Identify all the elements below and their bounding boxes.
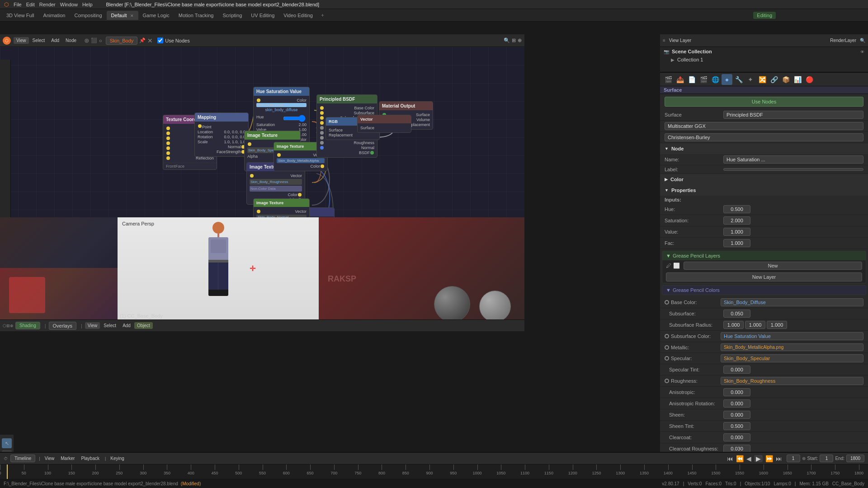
- scene-collection-label[interactable]: Scene Collection: [672, 49, 712, 54]
- hue-input[interactable]: [283, 115, 306, 122]
- prop-material-icon[interactable]: 🔴: [804, 74, 815, 85]
- ne-view-btn[interactable]: View: [14, 37, 29, 44]
- tab-close-icon[interactable]: ✕: [130, 14, 134, 18]
- anisotropic-value[interactable]: 0.000: [723, 388, 750, 396]
- menu-help[interactable]: Help: [82, 2, 93, 7]
- prop-modifier-icon[interactable]: 🔧: [733, 74, 744, 85]
- sub-color-value[interactable]: Hue Saturation Value: [721, 332, 863, 340]
- tab-3d-view-full[interactable]: 3D View Full: [2, 11, 39, 20]
- hue-value[interactable]: 0.500: [723, 205, 750, 213]
- prop-render-icon[interactable]: 🎬: [663, 74, 674, 85]
- menu-window[interactable]: Window: [60, 2, 78, 7]
- gp-layers-arrow[interactable]: ▼: [666, 253, 671, 258]
- prop-object-icon[interactable]: 📦: [780, 74, 791, 85]
- shading-mode-btn[interactable]: Shading: [15, 322, 40, 329]
- color-section-title[interactable]: ▶ Color: [660, 174, 868, 185]
- node-label-value[interactable]: [723, 168, 863, 171]
- fac-value[interactable]: 1.000: [723, 239, 750, 247]
- jump-end-btn[interactable]: ⏭: [776, 455, 782, 462]
- timeline-label: 1400: [664, 471, 673, 475]
- cursor-tool[interactable]: ↖: [2, 438, 12, 448]
- tab-animation[interactable]: Animation: [39, 11, 70, 20]
- sub-radius-r[interactable]: 1.000: [723, 321, 744, 329]
- start-frame-field[interactable]: 1: [820, 455, 833, 462]
- tab-scripting[interactable]: Scripting: [218, 11, 247, 20]
- gp-colors-arrow[interactable]: ▼: [666, 287, 671, 293]
- tab-default[interactable]: Default ✕: [107, 11, 138, 20]
- tab-compositing[interactable]: Compositing: [70, 11, 106, 20]
- step-back-btn[interactable]: ⏪: [736, 455, 744, 462]
- jump-start-btn[interactable]: ⏮: [727, 455, 733, 462]
- current-frame-field[interactable]: 1: [787, 455, 800, 462]
- scene-search-icon[interactable]: 🔍: [860, 38, 865, 43]
- material-name-field[interactable]: Skin_Body: [106, 37, 138, 45]
- timeline-playhead[interactable]: [7, 465, 8, 480]
- menu-edit[interactable]: Edit: [26, 2, 35, 7]
- tab-video-editing[interactable]: Video Editing: [279, 11, 317, 20]
- timeline-label-btn[interactable]: Timeline: [10, 455, 35, 462]
- sat-value[interactable]: 2.000: [723, 216, 750, 225]
- menu-render[interactable]: Render: [39, 2, 56, 7]
- ne-node-btn[interactable]: Node: [63, 37, 79, 44]
- gp-new-layer-button[interactable]: New Layer: [666, 272, 862, 282]
- end-frame-field[interactable]: 1800: [846, 455, 864, 462]
- subsurface-method-value[interactable]: Christensen-Burley: [665, 133, 863, 141]
- node-name-value[interactable]: Hue Saturation ...: [723, 155, 863, 164]
- prop-data-icon[interactable]: 📊: [792, 74, 803, 85]
- prop-object-data-icon[interactable]: ●: [722, 74, 732, 85]
- menu-file[interactable]: File: [14, 2, 22, 7]
- prop-constraints-icon[interactable]: 🔗: [769, 74, 779, 85]
- node-mapping[interactable]: Mapping Point Location0.0, 0.0, 0.0 Rota…: [194, 113, 249, 157]
- node-vector-math[interactable]: Vector Surface: [357, 115, 411, 133]
- tab-game-logic[interactable]: Game Logic: [138, 11, 174, 20]
- use-nodes-button[interactable]: Use Nodes: [665, 97, 863, 107]
- ne-select-btn[interactable]: Select: [30, 37, 48, 44]
- prop-view-layer-icon[interactable]: 📄: [686, 74, 697, 85]
- gp-new-button[interactable]: New: [684, 262, 862, 270]
- metallic-value[interactable]: Skin_Body_MetallicAlpha.png: [721, 343, 863, 351]
- viewport-view-btn[interactable]: View: [85, 322, 100, 329]
- scene-view-btn[interactable]: RenderLayer: [830, 38, 856, 43]
- timeline-playback-btn[interactable]: Playback: [78, 455, 102, 462]
- viewport-add-btn[interactable]: Add: [120, 322, 133, 329]
- node-section-title[interactable]: ▼ Node: [660, 143, 868, 154]
- timeline-marker-btn[interactable]: Marker: [58, 455, 77, 462]
- prop-physics-icon[interactable]: 🔀: [757, 74, 768, 85]
- properties-section-title[interactable]: ▼ Properties: [660, 185, 868, 196]
- step-forward-btn[interactable]: ⏩: [765, 455, 773, 462]
- eye-icon[interactable]: 👁: [860, 50, 864, 54]
- aniso-rot-value[interactable]: 0.000: [723, 399, 750, 408]
- clearcoat-value[interactable]: 0.000: [723, 433, 750, 441]
- play-reverse-btn[interactable]: ◀: [746, 455, 751, 462]
- sub-radius-b[interactable]: 1.000: [767, 321, 787, 329]
- add-workspace-tab-button[interactable]: ＋: [317, 10, 328, 20]
- base-color-value[interactable]: Skin_Body_Diffuse: [721, 298, 863, 306]
- use-nodes-checkbox[interactable]: [157, 38, 163, 43]
- sheen-value[interactable]: 0.000: [723, 411, 750, 419]
- start-label: Start:: [807, 456, 818, 461]
- prop-world-icon[interactable]: 🌐: [710, 74, 721, 85]
- roughness-value[interactable]: Skin_Body_Roughness: [721, 377, 863, 385]
- tab-uv-editing[interactable]: UV Editing: [246, 11, 279, 20]
- sheen-tint-value[interactable]: 0.500: [723, 422, 750, 430]
- viewport-select-btn[interactable]: Select: [101, 322, 119, 329]
- prop-output-icon[interactable]: 📤: [675, 74, 685, 85]
- prop-scene-icon[interactable]: 🎬: [698, 74, 709, 85]
- overlays-btn[interactable]: Overlays: [49, 322, 76, 330]
- specular-value[interactable]: Skin_Body_Specular: [721, 354, 863, 362]
- subsurface-value[interactable]: 0.050: [723, 310, 750, 318]
- specular-tint-value[interactable]: 0.000: [723, 366, 750, 374]
- viewport-object-btn[interactable]: Object: [134, 322, 153, 329]
- timeline-keying-btn[interactable]: Keying: [108, 455, 127, 462]
- timeline-view-btn[interactable]: View: [42, 455, 57, 462]
- value-value[interactable]: 1.000: [723, 228, 750, 236]
- sub-radius-g[interactable]: 1.000: [745, 321, 765, 329]
- surface-value[interactable]: Principled BSDF: [723, 111, 863, 119]
- distribution-value[interactable]: Multiscatter GGX: [665, 122, 863, 130]
- play-btn[interactable]: ▶: [754, 455, 763, 462]
- tab-motion-tracking[interactable]: Motion Tracking: [174, 11, 218, 20]
- ne-close-icon[interactable]: ✕: [147, 37, 153, 44]
- prop-particle-icon[interactable]: ✦: [745, 74, 756, 85]
- ne-add-btn[interactable]: Add: [48, 37, 62, 44]
- collection1-label[interactable]: Collection 1: [677, 57, 703, 62]
